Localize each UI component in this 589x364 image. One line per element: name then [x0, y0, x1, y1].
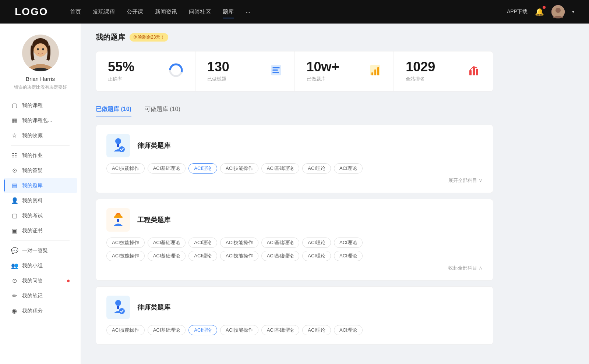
sidebar-item-tutoring[interactable]: 💬 一对一答疑 [4, 243, 77, 258]
sidebar-item-question-bank[interactable]: ▤ 我的题库 [4, 178, 77, 193]
tag-1-2[interactable]: ACI理论 [188, 163, 217, 174]
sidebar-user-motto: 错误的决定比没有决定要好 [10, 84, 71, 90]
tag-2-3[interactable]: ACI技能操作 [220, 238, 258, 248]
svg-rect-14 [272, 72, 279, 73]
tag-1-0[interactable]: ACI技能操作 [106, 163, 145, 174]
qbank-card-3: 律师类题库 ACI技能操作 ACI基础理论 ACI理论 ACI技能操作 ACI基… [96, 286, 493, 345]
tag-2-ex-3[interactable]: ACI技能操作 [220, 251, 258, 261]
tag-1-3[interactable]: ACI技能操作 [220, 163, 258, 174]
sidebar-item-my-qa[interactable]: ⊙ 我的问答 [4, 273, 77, 288]
points-icon: ◉ [11, 307, 18, 314]
sidebar-item-certificate[interactable]: ▣ 我的证书 [4, 223, 77, 238]
stat-questions-value: 130 [207, 60, 264, 74]
sidebar: Brian Harris 错误的决定比没有决定要好 ▢ 我的课程 ▦ 我的课程包… [0, 24, 81, 364]
svg-point-7 [42, 48, 44, 50]
svg-point-22 [115, 138, 121, 144]
qbank-card-1: 律师类题库 ACI技能操作 ACI基础理论 ACI理论 ACI技能操作 ACI基… [96, 125, 493, 193]
svg-rect-13 [272, 69, 278, 71]
qbank-header-1: 律师类题库 [106, 134, 483, 157]
tag-1-4[interactable]: ACI基础理论 [261, 163, 300, 174]
profile-icon: 👤 [11, 197, 18, 204]
nav-news[interactable]: 新闻资讯 [155, 7, 177, 17]
sidebar-item-my-courses[interactable]: ▢ 我的课程 [4, 98, 77, 113]
header-right: APP下载 🔔 ▾ [507, 5, 574, 18]
sidebar-user-name: Brian Harris [26, 76, 55, 82]
tag-2-ex-4[interactable]: ACI基础理论 [261, 251, 300, 261]
tag-3-2[interactable]: ACI理论 [188, 325, 217, 335]
qbank-header-3: 律师类题库 [106, 296, 483, 319]
sidebar-item-groups[interactable]: 👥 我的小组 [4, 258, 77, 273]
sidebar-item-course-packages[interactable]: ▦ 我的课程包... [4, 113, 77, 128]
svg-point-1 [556, 8, 561, 13]
stat-accuracy-value: 55% [108, 60, 163, 74]
tag-2-5[interactable]: ACI理论 [302, 238, 331, 248]
tag-2-ex-2[interactable]: ACI理论 [188, 251, 217, 261]
notification-bell[interactable]: 🔔 [535, 7, 544, 16]
sidebar-item-points[interactable]: ◉ 我的积分 [4, 303, 77, 318]
question-bank-icon: ▤ [11, 182, 18, 189]
svg-rect-26 [114, 217, 123, 218]
expand-link-1[interactable]: 展开全部科目 ∨ [448, 177, 483, 184]
sidebar-item-answers[interactable]: ⊙ 我的答疑 [4, 163, 77, 178]
answers-icon: ⊙ [11, 167, 18, 174]
stat-questions-label: 已做试题 [207, 76, 264, 82]
tag-3-1[interactable]: ACI基础理论 [148, 325, 186, 335]
tag-3-3[interactable]: ACI技能操作 [220, 325, 258, 335]
tag-2-4[interactable]: ACI基础理论 [261, 238, 300, 248]
sidebar-item-notes[interactable]: ✏ 我的笔记 [4, 288, 77, 303]
user-menu-chevron[interactable]: ▾ [572, 9, 574, 14]
qbank-title-1: 律师类题库 [137, 141, 170, 150]
tag-2-0[interactable]: ACI技能操作 [106, 238, 145, 248]
tag-1-1[interactable]: ACI基础理论 [148, 163, 186, 174]
nav-questions[interactable]: 题库 [223, 7, 234, 17]
header: LOGO 首页 发现课程 公开课 新闻资讯 问答社区 题库 ··· APP下载 … [0, 0, 589, 24]
sidebar-item-homework[interactable]: ☷ 我的作业 [4, 148, 77, 163]
tab-done-banks[interactable]: 已做题库 (10) [96, 102, 131, 117]
svg-point-10 [172, 67, 180, 74]
sidebar-item-exam[interactable]: ▢ 我的考试 [4, 208, 77, 223]
collapse-link-2[interactable]: 收起全部科目 ∧ [448, 265, 483, 271]
trial-badge: 体验剩余23天！ [130, 33, 168, 42]
nav-discover[interactable]: 发现课程 [93, 7, 115, 17]
nav-more[interactable]: ··· [246, 7, 250, 17]
stat-questions-text: 130 已做试题 [207, 60, 264, 82]
tag-2-2[interactable]: ACI理论 [188, 238, 217, 248]
tag-3-4[interactable]: ACI基础理论 [261, 325, 300, 335]
tab-available-banks[interactable]: 可做题库 (10) [145, 102, 180, 117]
qbank-title-2: 工程类题库 [137, 215, 170, 224]
svg-point-30 [119, 308, 125, 314]
sidebar-item-favorites[interactable]: ☆ 我的收藏 [4, 128, 77, 143]
tag-2-ex-6[interactable]: ACI理论 [334, 251, 363, 261]
svg-point-6 [37, 48, 39, 50]
groups-icon: 👥 [11, 262, 18, 269]
tag-3-0[interactable]: ACI技能操作 [106, 325, 145, 335]
tag-1-6[interactable]: ACI理论 [334, 163, 363, 174]
exam-icon: ▢ [11, 212, 18, 219]
stat-banks-text: 10w+ 已做题库 [307, 60, 363, 82]
certificate-icon: ▣ [11, 227, 18, 234]
qbank-footer-1: 展开全部科目 ∨ [106, 177, 483, 184]
qbank-tags-1: ACI技能操作 ACI基础理论 ACI理论 ACI技能操作 ACI基础理论 AC… [106, 163, 483, 174]
stats-row: 55% 正确率 130 已做试题 [96, 51, 493, 92]
tag-2-6[interactable]: ACI理论 [334, 238, 363, 248]
tag-2-ex-5[interactable]: ACI理论 [302, 251, 331, 261]
questions-icon [269, 64, 283, 79]
user-avatar[interactable] [551, 5, 565, 18]
stat-accuracy-text: 55% 正确率 [108, 60, 163, 82]
tag-2-ex-0[interactable]: ACI技能操作 [106, 251, 145, 261]
nav-home[interactable]: 首页 [70, 7, 81, 17]
tag-2-ex-1[interactable]: ACI基础理论 [148, 251, 186, 261]
stat-ranking-text: 1029 全站排名 [406, 60, 462, 82]
app-download-link[interactable]: APP下载 [507, 8, 528, 15]
nav-qa[interactable]: 问答社区 [189, 7, 211, 17]
tag-3-6[interactable]: ACI理论 [334, 325, 363, 335]
tag-2-1[interactable]: ACI基础理论 [148, 238, 186, 248]
tag-3-5[interactable]: ACI理论 [302, 325, 331, 335]
svg-rect-23 [117, 144, 119, 147]
sidebar-user-avatar [22, 35, 59, 71]
nav-open-course[interactable]: 公开课 [127, 7, 143, 17]
ranking-icon [468, 64, 481, 79]
svg-rect-12 [272, 67, 280, 68]
tag-1-5[interactable]: ACI理论 [302, 163, 331, 174]
sidebar-item-profile[interactable]: 👤 我的资料 [4, 193, 77, 208]
